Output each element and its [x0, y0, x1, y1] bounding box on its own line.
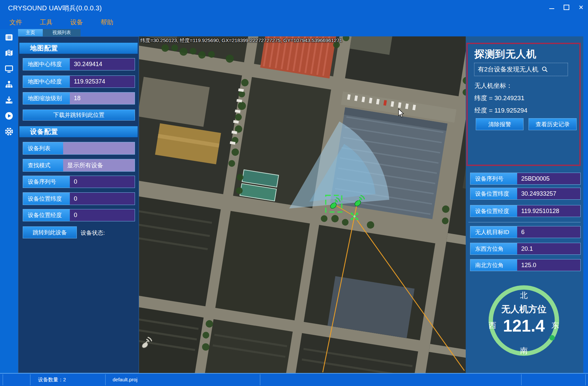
map-center-lng-row: 地图中心经度 119.925374: [23, 75, 135, 88]
map-config-header: 地图配置: [19, 43, 138, 54]
compass-north-label: 北: [520, 291, 528, 300]
device-list-row: 设备列表: [23, 142, 135, 155]
device-lat-input[interactable]: 0: [70, 193, 135, 205]
info-lat-value[interactable]: 30.24933257: [517, 188, 580, 199]
statusbar-separator: [30, 374, 30, 385]
status-bar: 设备数量：2 default.proj: [0, 373, 588, 386]
drone-lng-line: 经度 = 119.925294: [474, 106, 528, 115]
compass-west-label: 西: [489, 321, 496, 330]
menu-help[interactable]: 帮助: [101, 18, 113, 27]
tab-home[interactable]: 主页: [18, 29, 43, 36]
clear-alarm-button[interactable]: 清除报警: [476, 118, 524, 130]
drone-id-row: 无人机目标ID 6: [470, 226, 581, 238]
map-viewport[interactable]: 纬度=30.250123, 经度=119.925690, GX=218399.2…: [139, 36, 466, 373]
device-lng-input[interactable]: 0: [70, 209, 135, 221]
drone-ns-value[interactable]: 125.0: [517, 259, 580, 271]
search-mode-label: 查找模式: [23, 159, 63, 171]
detect-summary-box[interactable]: 有2台设备发现无人机: [474, 63, 568, 76]
device-list-select[interactable]: [63, 142, 135, 154]
maximize-icon: [564, 5, 569, 10]
window-title: CRYSOUND UAV哨兵(0.0.0.3): [8, 4, 102, 13]
drone-lat-line: 纬度 = 30.249231: [474, 94, 524, 103]
title-bar: CRYSOUND UAV哨兵(0.0.0.3) ×: [0, 0, 588, 16]
info-lng-row: 设备位置经度 119.92510128: [470, 205, 581, 217]
panel-divider: [468, 222, 581, 222]
info-lng-value[interactable]: 119.92510128: [517, 205, 580, 217]
drone-alert-box: 探测到无人机 有2台设备发现无人机 无人机坐标： 纬度 = 30.249231 …: [466, 43, 581, 166]
compass-bearing-dot: [550, 335, 555, 341]
compass-title: 无人机方位: [501, 304, 547, 314]
info-lat-row: 设备位置纬度 30.24933257: [470, 188, 581, 200]
device-serial-label: 设备序列号: [23, 176, 70, 188]
search-mode-row: 查找模式 显示所有设备: [23, 159, 135, 172]
minimize-button[interactable]: [547, 3, 557, 12]
map-center-lng-input[interactable]: 119.925374: [70, 76, 135, 87]
gear-icon[interactable]: [4, 127, 14, 137]
info-lat-label: 设备位置纬度: [470, 188, 517, 199]
window-controls: ×: [547, 3, 586, 12]
map-coordinate-readout: 纬度=30.250123, 经度=119.925690, GX=218399.2…: [140, 37, 342, 44]
search-mode-select[interactable]: 显示所有设备: [63, 159, 135, 171]
device-serial-input[interactable]: 0: [70, 176, 135, 188]
device-config-header: 设备配置: [19, 126, 138, 137]
map-center-lat-row: 地图中心纬度 30.249414: [23, 58, 135, 70]
close-button[interactable]: ×: [576, 3, 586, 12]
drone-ns-row: 南北方位角 125.0: [470, 259, 581, 271]
device-status-label: 设备状态:: [81, 229, 105, 237]
download-jump-button[interactable]: 下载并跳转到此位置: [23, 110, 135, 121]
drone-ns-label: 南北方位角: [470, 259, 517, 271]
drone-ew-label: 东西方位角: [470, 243, 517, 254]
drone-bearing-compass: 北 无人机方位 西 121.4 东 南: [480, 277, 567, 364]
map-zoom-select[interactable]: 18: [70, 92, 135, 104]
minimize-icon: [549, 8, 554, 9]
left-config-panel: 地图配置 地图中心纬度 30.249414 地图中心经度 119.925374 …: [18, 36, 139, 373]
play-icon[interactable]: [4, 111, 14, 121]
project-file-status: default.proj: [113, 377, 137, 382]
maximize-button[interactable]: [561, 3, 571, 12]
compass-south-label: 南: [520, 346, 528, 355]
map-center-lng-label: 地图中心经度: [23, 76, 70, 87]
map-center-lat-label: 地图中心纬度: [23, 58, 70, 70]
info-serial-row: 设备序列号 25BD0005: [470, 173, 581, 185]
map-zoom-row: 地图缩放级别 18: [23, 92, 135, 105]
satellite-map: [139, 36, 466, 373]
map-icon[interactable]: [4, 48, 14, 58]
info-lng-label: 设备位置经度: [470, 205, 517, 217]
statusbar-separator: [585, 374, 586, 385]
drone-coords-label: 无人机坐标：: [474, 81, 512, 90]
view-history-button[interactable]: 查看历史记录: [529, 118, 577, 130]
device-count-status: 设备数量：2: [38, 377, 66, 383]
menu-device[interactable]: 设备: [70, 18, 83, 27]
device-lng-row: 设备位置经度 0: [23, 209, 135, 221]
drone-id-label: 无人机目标ID: [470, 226, 517, 238]
jump-to-device-button[interactable]: 跳转到此设备: [23, 226, 77, 238]
map-center-lat-input[interactable]: 30.249414: [70, 58, 135, 70]
statusbar-separator: [3, 374, 3, 385]
compass-bearing-value: 121.4: [503, 317, 545, 335]
monitor-icon[interactable]: [4, 64, 14, 74]
search-icon[interactable]: [541, 66, 549, 73]
alert-title: 探测到无人机: [474, 47, 537, 61]
statusbar-separator: [521, 374, 522, 385]
download-icon[interactable]: [4, 95, 14, 105]
menu-tools[interactable]: 工具: [40, 18, 52, 27]
right-detection-panel: 探测到无人机 有2台设备发现无人机 无人机坐标： 纬度 = 30.249231 …: [466, 36, 583, 373]
compass-east-label: 东: [552, 321, 559, 330]
drone-id-value[interactable]: 6: [517, 226, 580, 238]
menu-file[interactable]: 文件: [9, 18, 22, 27]
device-lng-label: 设备位置经度: [23, 209, 70, 221]
map-zoom-label: 地图缩放级别: [23, 92, 70, 104]
tab-video-list[interactable]: 视频列表: [43, 29, 81, 36]
list-icon[interactable]: [4, 32, 14, 42]
sidebar: [0, 29, 18, 373]
device-serial-row: 设备序列号 0: [23, 176, 135, 188]
menu-bar: 文件 工具 设备 帮助: [0, 16, 588, 29]
info-serial-value[interactable]: 25BD0005: [517, 173, 580, 184]
drone-ew-value[interactable]: 20.1: [517, 243, 580, 254]
detect-summary-text: 有2台设备发现无人机: [478, 65, 539, 74]
network-icon[interactable]: [4, 79, 14, 89]
statusbar-separator: [105, 374, 106, 385]
info-serial-label: 设备序列号: [470, 173, 517, 184]
drone-ew-row: 东西方位角 20.1: [470, 243, 581, 255]
device-lat-row: 设备位置纬度 0: [23, 192, 135, 205]
